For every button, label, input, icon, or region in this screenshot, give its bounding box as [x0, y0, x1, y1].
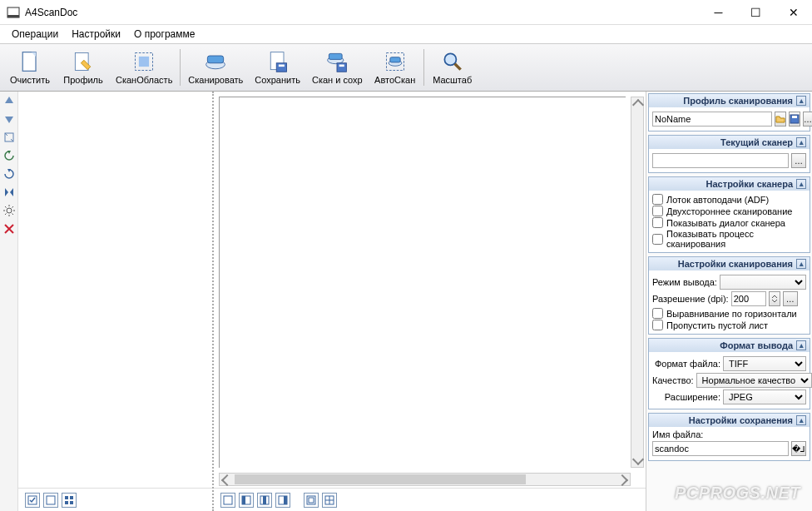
profile-icon — [72, 50, 95, 73]
collapse-icon[interactable]: ▴ — [796, 415, 806, 425]
collapse-icon[interactable]: ▴ — [796, 137, 806, 147]
svg-rect-43 — [263, 496, 266, 504]
panel-title: Формат вывода — [652, 340, 796, 350]
save-button[interactable]: Сохранить — [249, 46, 306, 89]
svg-line-20 — [454, 64, 460, 70]
rotate-left-icon[interactable] — [3, 150, 15, 161]
page-clear-icon — [18, 50, 42, 73]
scanarea-button[interactable]: СканОбласть — [110, 46, 178, 89]
magnifier-icon — [441, 50, 464, 73]
duplex-checkbox[interactable]: Двухстороннее сканирование — [652, 206, 806, 216]
rotate-right-icon[interactable] — [3, 168, 15, 180]
scansave-icon — [325, 50, 349, 73]
panel-title: Настройки сканирования — [652, 259, 796, 269]
panel-title: Текущий сканер — [652, 137, 796, 147]
view-mode-1-icon[interactable] — [220, 493, 235, 508]
quality-select[interactable]: Нормальное качество — [696, 373, 812, 388]
menu-settings[interactable]: Настройки — [65, 27, 127, 42]
svg-rect-37 — [65, 501, 68, 504]
duplex-label: Двухстороннее сканирование — [666, 206, 792, 216]
panel-title: Настройки сохранения — [652, 415, 796, 425]
deselect-icon[interactable] — [43, 493, 58, 508]
svg-marker-23 — [7, 169, 11, 172]
toolbar-separator — [180, 49, 181, 86]
autoscan-button[interactable]: АвтоСкан — [369, 46, 422, 89]
left-icon-strip — [0, 92, 18, 511]
diskette-icon — [790, 114, 800, 124]
showdialog-checkbox[interactable]: Показывать диалог сканера — [652, 217, 806, 228]
preview-panel — [214, 92, 646, 511]
scansave-button[interactable]: Скан и сохр — [306, 46, 369, 89]
filename-more-button[interactable]: �⅃ — [791, 441, 806, 456]
autoscan-icon — [384, 50, 407, 73]
profile-open-button[interactable] — [775, 112, 786, 127]
svg-point-24 — [7, 208, 12, 213]
svg-rect-41 — [242, 496, 245, 504]
profile-more-button[interactable]: … — [803, 112, 812, 127]
collapse-icon[interactable]: ▴ — [796, 340, 806, 350]
view-mode-4-icon[interactable] — [275, 493, 290, 508]
dpi-input[interactable] — [731, 291, 766, 306]
fileformat-select[interactable]: TIFF — [723, 356, 806, 371]
view-mode-5-icon[interactable] — [304, 493, 319, 508]
halign-checkbox[interactable]: Выравнивание по горизонтали — [652, 308, 806, 319]
panel-scan-settings: Настройки сканирования▴ Режим вывода: Ра… — [648, 256, 810, 335]
filename-input[interactable] — [652, 441, 789, 456]
svg-rect-13 — [329, 53, 343, 59]
delete-icon[interactable] — [3, 223, 15, 235]
dpi-spinner[interactable] — [769, 291, 780, 306]
thumbnail-panel — [18, 92, 214, 511]
collapse-icon[interactable]: ▴ — [796, 96, 806, 106]
filename-label: Имя файла: — [652, 429, 806, 439]
showprocess-label: Показывать процесс сканирования — [666, 229, 806, 249]
close-button[interactable]: ✕ — [775, 0, 812, 25]
preview-hscroll[interactable] — [219, 473, 644, 486]
svg-rect-39 — [224, 496, 232, 504]
profile-button[interactable]: Профиль — [57, 46, 110, 89]
view-mode-2-icon[interactable] — [239, 493, 254, 508]
svg-point-19 — [444, 53, 456, 65]
menu-about[interactable]: О программе — [127, 27, 201, 42]
scanner-browse-button[interactable]: … — [791, 153, 806, 168]
maximize-button[interactable]: ☐ — [737, 0, 775, 25]
outputmode-select[interactable] — [720, 275, 806, 290]
svg-rect-6 — [139, 57, 149, 67]
clear-button[interactable]: Очистить — [3, 46, 57, 89]
view-mode-6-icon[interactable] — [322, 493, 337, 508]
arrow-up-icon[interactable] — [3, 95, 15, 107]
adf-checkbox[interactable]: Лоток автоподачи (ADF) — [652, 194, 806, 205]
menu-operations[interactable]: Операции — [5, 27, 65, 42]
outputmode-label: Режим вывода: — [652, 277, 717, 287]
brightness-icon[interactable] — [3, 205, 15, 216]
scanner-icon — [204, 50, 227, 73]
extension-select[interactable]: JPEG — [723, 389, 806, 404]
arrow-down-icon[interactable] — [3, 113, 15, 125]
panel-scanner-settings: Настройки сканера▴ Лоток автоподачи (ADF… — [648, 176, 810, 253]
scan-button[interactable]: Сканировать — [182, 46, 249, 89]
collapse-icon[interactable]: ▴ — [796, 259, 806, 269]
grid-icon[interactable] — [62, 493, 77, 508]
profile-save-button[interactable] — [789, 112, 800, 127]
preview-canvas — [219, 97, 626, 468]
view-mode-3-icon[interactable] — [257, 493, 272, 508]
thumbnail-bottombar — [18, 488, 212, 511]
profile-name-input[interactable] — [652, 112, 772, 127]
preview-vscroll[interactable] — [631, 97, 644, 468]
dpi-more-button[interactable]: … — [783, 291, 798, 306]
skipblank-checkbox[interactable]: Пропустить пустой лист — [652, 320, 806, 330]
scanner-name-input[interactable] — [652, 153, 789, 168]
save-label: Сохранить — [255, 75, 300, 85]
svg-rect-8 — [208, 56, 224, 63]
svg-line-31 — [5, 214, 7, 216]
autoscan-label: АвтоСкан — [374, 75, 415, 85]
minimize-button[interactable]: ─ — [700, 0, 737, 25]
flip-h-icon[interactable] — [3, 186, 15, 198]
rotate-all-icon[interactable] — [3, 131, 15, 143]
panel-current-scanner: Текущий сканер▴ … — [648, 135, 810, 173]
collapse-icon[interactable]: ▴ — [796, 179, 806, 189]
select-all-icon[interactable] — [25, 493, 40, 508]
showprocess-checkbox[interactable]: Показывать процесс сканирования — [652, 229, 806, 249]
panel-scan-profile: Профиль сканирования▴ … — [648, 93, 810, 131]
panel-output-format: Формат вывода▴ Формат файла: TIFF Качест… — [648, 338, 810, 409]
zoom-button[interactable]: Масштаб — [426, 46, 479, 89]
